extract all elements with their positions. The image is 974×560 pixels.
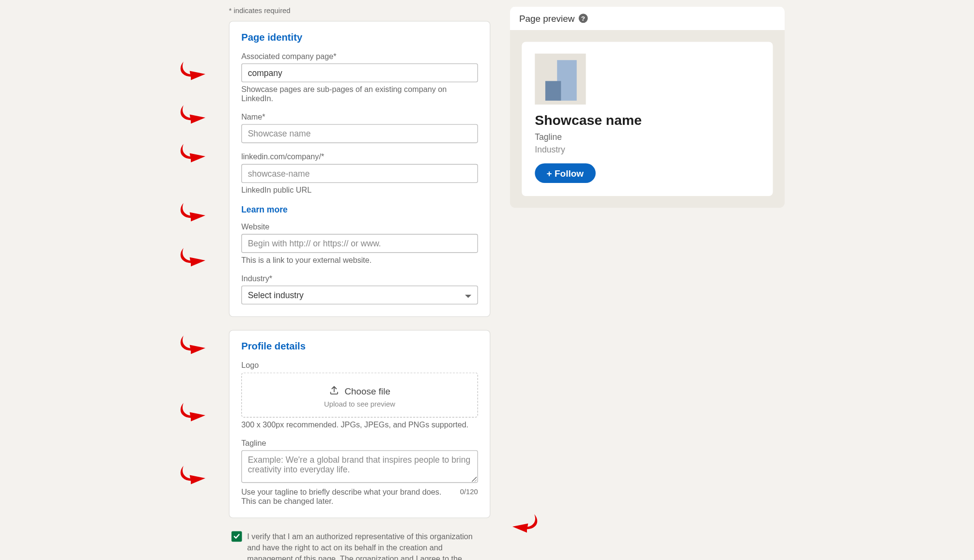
tagline-counter: 0/120	[460, 487, 478, 495]
logo-help: 300 x 300px recommended. JPGs, JPEGs, an…	[241, 420, 478, 429]
logo-bar-short	[545, 81, 561, 101]
industry-field: Industry* Select industry	[241, 274, 478, 304]
verify-checkbox[interactable]	[232, 531, 242, 542]
tagline-input[interactable]	[241, 450, 478, 483]
logo-field: Logo Choose file Upload to see preview	[241, 361, 478, 429]
logo-upload-dropzone[interactable]: Choose file Upload to see preview	[241, 373, 478, 418]
website-help: This is a link to your external website.	[241, 256, 478, 265]
page-identity-title: Page identity	[241, 31, 478, 43]
follow-button[interactable]: + Follow	[535, 164, 595, 183]
preview-industry: Industry	[535, 144, 759, 154]
learn-more-link[interactable]: Learn more	[241, 205, 288, 214]
upload-icon	[329, 385, 340, 397]
logo-label: Logo	[241, 361, 478, 370]
preview-logo-placeholder	[535, 54, 586, 105]
page-preview-panel: Page preview ? Showcase name Tagline Ind…	[510, 7, 785, 208]
verify-row: I verify that I am an authorized represe…	[229, 531, 491, 560]
tagline-field: Tagline Use your tagline to briefly desc…	[241, 439, 478, 506]
profile-details-title: Profile details	[241, 340, 478, 351]
verify-text: I verify that I am an authorized represe…	[247, 532, 473, 560]
help-icon[interactable]: ?	[579, 14, 588, 23]
url-help: LinkedIn public URL	[241, 185, 478, 195]
website-field: Website This is a link to your external …	[241, 222, 478, 265]
follow-label: Follow	[555, 168, 584, 179]
page-identity-section: Page identity Associated company page* S…	[229, 21, 491, 317]
industry-label: Industry*	[241, 274, 478, 283]
associated-company-help: Showcase pages are sub-pages of an exist…	[241, 85, 478, 104]
logo-choose-file-label: Choose file	[344, 386, 390, 396]
url-label: linkedin.com/company/*	[241, 152, 478, 162]
associated-company-label: Associated company page*	[241, 52, 478, 61]
required-hint: * indicates required	[229, 7, 491, 15]
url-input[interactable]	[241, 164, 478, 183]
page-preview-header: Page preview ?	[510, 7, 785, 30]
tagline-label: Tagline	[241, 439, 478, 448]
associated-company-field: Associated company page* Showcase pages …	[241, 52, 478, 104]
url-field: linkedin.com/company/* LinkedIn public U…	[241, 152, 478, 195]
website-label: Website	[241, 222, 478, 231]
tagline-help: Use your tagline to briefly describe wha…	[241, 487, 455, 506]
required-hint-text: indicates required	[233, 7, 290, 15]
website-input[interactable]	[241, 234, 478, 253]
asterisk-icon: *	[229, 7, 232, 15]
preview-card: Showcase name Tagline Industry + Follow	[522, 42, 773, 196]
name-input[interactable]	[241, 124, 478, 143]
name-label: Name*	[241, 112, 478, 121]
page-preview-title: Page preview	[519, 13, 575, 24]
industry-select[interactable]: Select industry	[241, 286, 478, 304]
plus-icon: +	[547, 168, 552, 179]
associated-company-input[interactable]	[241, 63, 478, 82]
preview-tagline: Tagline	[535, 132, 759, 142]
profile-details-section: Profile details Logo Choose file	[229, 330, 491, 518]
verify-text-wrap: I verify that I am an authorized represe…	[247, 531, 488, 560]
logo-upload-sub: Upload to see preview	[248, 400, 471, 408]
name-field: Name*	[241, 112, 478, 143]
preview-name: Showcase name	[535, 112, 759, 128]
